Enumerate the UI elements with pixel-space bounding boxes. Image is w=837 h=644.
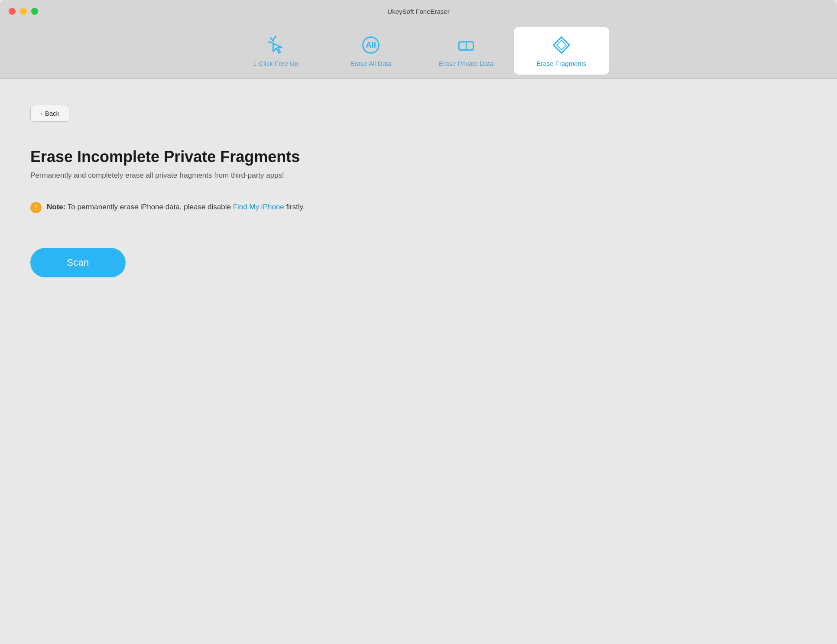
- svg-line-0: [273, 36, 276, 40]
- window-title: UkeySoft FoneEraser: [387, 8, 449, 15]
- close-button[interactable]: [9, 8, 16, 15]
- scan-button[interactable]: Scan: [30, 248, 126, 277]
- page-subtitle: Permanently and completely erase all pri…: [30, 171, 807, 180]
- tab-erase-fragments-label: Erase Fragments: [536, 60, 586, 67]
- tab-erase-private-label: Erase Private Data: [439, 60, 493, 67]
- svg-line-2: [268, 42, 272, 43]
- main-content: ‹ Back Erase Incomplete Private Fragment…: [0, 79, 837, 644]
- svg-text:All: All: [366, 40, 376, 49]
- warning-icon: !: [30, 202, 42, 213]
- svg-line-1: [271, 38, 273, 41]
- tab-one-click-label: 1-Click Free Up: [253, 60, 298, 67]
- note-text: Note: To permanently erase iPhone data, …: [47, 202, 305, 213]
- back-chevron-icon: ‹: [40, 110, 42, 117]
- one-click-icon: [264, 34, 287, 56]
- tab-erase-fragments[interactable]: Erase Fragments: [514, 27, 609, 75]
- app-window: UkeySoft FoneEraser 1-Click Free Up: [0, 0, 837, 644]
- note-before-link: To permanently erase iPhone data, please…: [65, 203, 233, 211]
- tab-one-click-free-up[interactable]: 1-Click Free Up: [228, 27, 323, 75]
- find-my-iphone-link[interactable]: Find My iPhone: [233, 203, 284, 211]
- tab-erase-all-data[interactable]: All Erase All Data: [323, 27, 418, 75]
- back-button[interactable]: ‹ Back: [30, 105, 69, 122]
- traffic-lights: [9, 8, 38, 15]
- page-title: Erase Incomplete Private Fragments: [30, 148, 807, 166]
- erase-private-icon: [455, 34, 477, 56]
- tab-bar: 1-Click Free Up All Erase All Data: [0, 23, 837, 79]
- erase-all-icon: All: [360, 34, 382, 56]
- title-bar: UkeySoft FoneEraser: [0, 0, 837, 23]
- back-button-label: Back: [45, 110, 59, 117]
- minimize-button[interactable]: [20, 8, 27, 15]
- note-label: Note:: [47, 203, 65, 211]
- erase-fragments-icon: [550, 34, 573, 56]
- note-row: ! Note: To permanently erase iPhone data…: [30, 202, 807, 213]
- maximize-button[interactable]: [31, 8, 38, 15]
- tab-erase-private-data[interactable]: Erase Private Data: [418, 27, 514, 75]
- tab-erase-all-label: Erase All Data: [350, 60, 391, 67]
- note-suffix: firstly.: [284, 203, 305, 211]
